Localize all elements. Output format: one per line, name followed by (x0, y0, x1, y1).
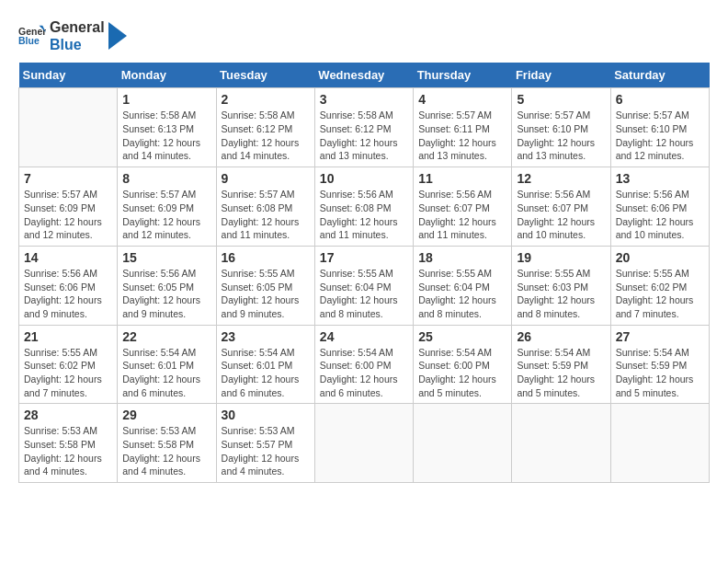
calendar-cell: 21Sunrise: 5:55 AMSunset: 6:02 PMDayligh… (19, 325, 118, 404)
calendar-cell: 17Sunrise: 5:55 AMSunset: 6:04 PMDayligh… (314, 246, 413, 325)
day-number: 4 (418, 92, 506, 107)
header-saturday: Saturday (610, 63, 709, 88)
calendar-cell (314, 404, 413, 483)
day-info: Sunrise: 5:56 AMSunset: 6:06 PMDaylight:… (24, 267, 112, 321)
day-info: Sunrise: 5:55 AMSunset: 6:05 PMDaylight:… (222, 267, 310, 321)
svg-marker-3 (108, 22, 127, 50)
calendar-cell (610, 404, 709, 483)
day-info: Sunrise: 5:56 AMSunset: 6:07 PMDaylight:… (418, 188, 506, 242)
header-monday: Monday (118, 63, 216, 88)
day-info: Sunrise: 5:54 AMSunset: 6:01 PMDaylight:… (222, 346, 310, 400)
calendar-week-row: 1Sunrise: 5:58 AMSunset: 6:13 PMDaylight… (19, 88, 710, 167)
calendar-cell: 3Sunrise: 5:58 AMSunset: 6:12 PMDaylight… (314, 88, 413, 167)
day-number: 25 (418, 329, 506, 344)
day-number: 21 (24, 329, 112, 344)
day-number: 1 (122, 92, 210, 107)
day-number: 13 (616, 171, 704, 186)
day-number: 8 (122, 171, 210, 186)
day-number: 12 (517, 171, 605, 186)
day-info: Sunrise: 5:55 AMSunset: 6:03 PMDaylight:… (517, 267, 605, 321)
calendar-week-row: 21Sunrise: 5:55 AMSunset: 6:02 PMDayligh… (19, 325, 710, 404)
day-number: 20 (616, 250, 704, 265)
calendar-cell: 28Sunrise: 5:53 AMSunset: 5:58 PMDayligh… (19, 404, 118, 483)
calendar-cell: 5Sunrise: 5:57 AMSunset: 6:10 PMDaylight… (512, 88, 610, 167)
logo-arrow-icon (108, 22, 127, 50)
calendar-cell: 9Sunrise: 5:57 AMSunset: 6:08 PMDaylight… (216, 167, 314, 247)
day-info: Sunrise: 5:54 AMSunset: 5:59 PMDaylight:… (616, 346, 704, 400)
day-number: 18 (418, 250, 506, 265)
day-number: 11 (418, 171, 506, 186)
day-number: 10 (320, 171, 408, 186)
header-friday: Friday (512, 63, 610, 88)
day-info: Sunrise: 5:53 AMSunset: 5:58 PMDaylight:… (122, 424, 210, 478)
calendar-cell: 22Sunrise: 5:54 AMSunset: 6:01 PMDayligh… (118, 325, 216, 404)
day-info: Sunrise: 5:55 AMSunset: 6:04 PMDaylight:… (418, 267, 506, 321)
day-number: 14 (24, 250, 112, 265)
day-number: 17 (320, 250, 408, 265)
day-number: 6 (616, 92, 704, 107)
calendar-cell: 2Sunrise: 5:58 AMSunset: 6:12 PMDaylight… (216, 88, 314, 167)
calendar-cell: 4Sunrise: 5:57 AMSunset: 6:11 PMDaylight… (414, 88, 512, 167)
day-number: 28 (24, 408, 112, 422)
day-number: 5 (517, 92, 605, 107)
calendar-cell: 23Sunrise: 5:54 AMSunset: 6:01 PMDayligh… (216, 325, 314, 404)
day-info: Sunrise: 5:54 AMSunset: 6:01 PMDaylight:… (122, 346, 210, 400)
day-info: Sunrise: 5:57 AMSunset: 6:09 PMDaylight:… (122, 188, 210, 242)
day-info: Sunrise: 5:56 AMSunset: 6:06 PMDaylight:… (616, 188, 704, 242)
calendar-week-row: 28Sunrise: 5:53 AMSunset: 5:58 PMDayligh… (19, 404, 710, 483)
calendar-week-row: 7Sunrise: 5:57 AMSunset: 6:09 PMDaylight… (19, 167, 710, 247)
logo-general: General (50, 19, 105, 35)
calendar-cell (414, 404, 512, 483)
day-number: 3 (320, 92, 408, 107)
calendar-cell: 27Sunrise: 5:54 AMSunset: 5:59 PMDayligh… (610, 325, 709, 404)
header-thursday: Thursday (414, 63, 512, 88)
calendar-cell: 25Sunrise: 5:54 AMSunset: 6:00 PMDayligh… (414, 325, 512, 404)
day-info: Sunrise: 5:57 AMSunset: 6:10 PMDaylight:… (517, 109, 605, 163)
calendar-cell: 24Sunrise: 5:54 AMSunset: 6:00 PMDayligh… (314, 325, 413, 404)
day-info: Sunrise: 5:56 AMSunset: 6:07 PMDaylight:… (517, 188, 605, 242)
day-number: 27 (616, 329, 704, 344)
day-info: Sunrise: 5:57 AMSunset: 6:09 PMDaylight:… (24, 188, 112, 242)
header-wednesday: Wednesday (314, 63, 413, 88)
day-info: Sunrise: 5:58 AMSunset: 6:12 PMDaylight:… (222, 109, 310, 163)
calendar-header-row: SundayMondayTuesdayWednesdayThursdayFrid… (19, 63, 710, 88)
calendar-cell: 6Sunrise: 5:57 AMSunset: 6:10 PMDaylight… (610, 88, 709, 167)
calendar-cell: 20Sunrise: 5:55 AMSunset: 6:02 PMDayligh… (610, 246, 709, 325)
day-number: 22 (122, 329, 210, 344)
calendar-cell: 18Sunrise: 5:55 AMSunset: 6:04 PMDayligh… (414, 246, 512, 325)
day-info: Sunrise: 5:56 AMSunset: 6:05 PMDaylight:… (122, 267, 210, 321)
page-header: General Blue General Blue (18, 18, 710, 53)
day-number: 24 (320, 329, 408, 344)
calendar-cell: 15Sunrise: 5:56 AMSunset: 6:05 PMDayligh… (118, 246, 216, 325)
day-info: Sunrise: 5:58 AMSunset: 6:12 PMDaylight:… (320, 109, 408, 163)
calendar-cell: 11Sunrise: 5:56 AMSunset: 6:07 PMDayligh… (414, 167, 512, 247)
day-number: 9 (222, 171, 310, 186)
day-info: Sunrise: 5:54 AMSunset: 5:59 PMDaylight:… (517, 346, 605, 400)
day-number: 23 (222, 329, 310, 344)
calendar-cell: 1Sunrise: 5:58 AMSunset: 6:13 PMDaylight… (118, 88, 216, 167)
calendar-cell: 8Sunrise: 5:57 AMSunset: 6:09 PMDaylight… (118, 167, 216, 247)
calendar-cell: 7Sunrise: 5:57 AMSunset: 6:09 PMDaylight… (19, 167, 118, 247)
calendar-cell: 10Sunrise: 5:56 AMSunset: 6:08 PMDayligh… (314, 167, 413, 247)
calendar-cell (19, 88, 118, 167)
calendar-cell: 13Sunrise: 5:56 AMSunset: 6:06 PMDayligh… (610, 167, 709, 247)
day-info: Sunrise: 5:55 AMSunset: 6:02 PMDaylight:… (24, 346, 112, 400)
day-info: Sunrise: 5:57 AMSunset: 6:11 PMDaylight:… (418, 109, 506, 163)
day-info: Sunrise: 5:55 AMSunset: 6:04 PMDaylight:… (320, 267, 408, 321)
calendar-cell: 29Sunrise: 5:53 AMSunset: 5:58 PMDayligh… (118, 404, 216, 483)
day-info: Sunrise: 5:57 AMSunset: 6:08 PMDaylight:… (222, 188, 310, 242)
header-tuesday: Tuesday (216, 63, 314, 88)
header-sunday: Sunday (19, 63, 118, 88)
svg-text:Blue: Blue (18, 35, 40, 46)
day-info: Sunrise: 5:57 AMSunset: 6:10 PMDaylight:… (616, 109, 704, 163)
calendar-cell: 30Sunrise: 5:53 AMSunset: 5:57 PMDayligh… (216, 404, 314, 483)
calendar-cell (512, 404, 610, 483)
calendar-cell: 26Sunrise: 5:54 AMSunset: 5:59 PMDayligh… (512, 325, 610, 404)
day-number: 2 (222, 92, 310, 107)
day-number: 29 (122, 408, 210, 422)
day-info: Sunrise: 5:55 AMSunset: 6:02 PMDaylight:… (616, 267, 704, 321)
day-info: Sunrise: 5:54 AMSunset: 6:00 PMDaylight:… (320, 346, 408, 400)
day-number: 19 (517, 250, 605, 265)
day-number: 16 (222, 250, 310, 265)
calendar-cell: 14Sunrise: 5:56 AMSunset: 6:06 PMDayligh… (19, 246, 118, 325)
